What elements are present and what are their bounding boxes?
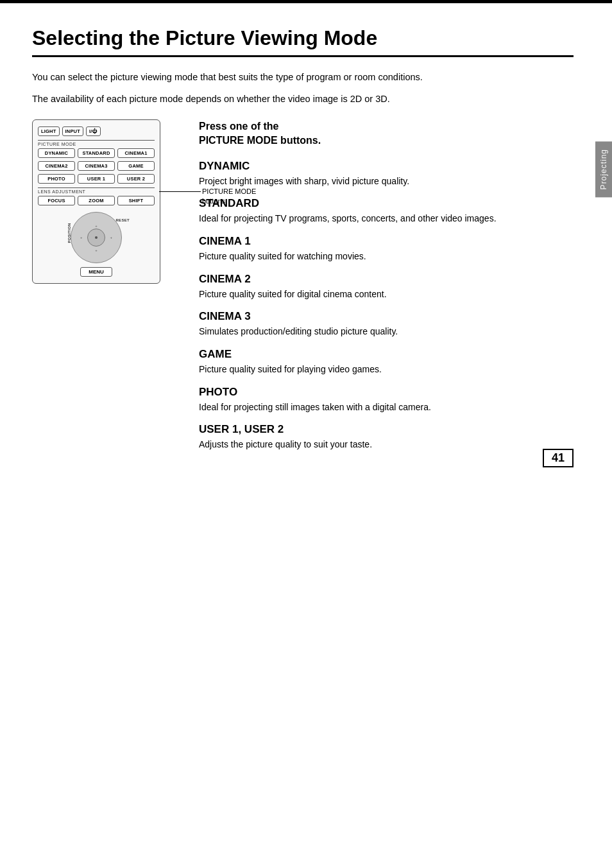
photo-button[interactable]: PHOTO xyxy=(38,174,75,184)
nav-plus-bottom: + xyxy=(95,248,98,252)
remote-section: LIGHT INPUT I/⏻ PICTURE MODE DYNAMIC STA… xyxy=(32,119,180,284)
shift-button[interactable]: SHIFT xyxy=(117,196,155,205)
callout-line xyxy=(159,191,201,192)
mode-user: USER 1, USER 2 Adjusts the picture quali… xyxy=(199,423,574,452)
mode-title-photo: PHOTO xyxy=(199,386,574,399)
remote-diagram: LIGHT INPUT I/⏻ PICTURE MODE DYNAMIC STA… xyxy=(32,119,160,284)
mode-title-cinema2: CINEMA 2 xyxy=(199,273,574,286)
mode-desc-cinema2: Picture quality suited for digital cinem… xyxy=(199,288,574,302)
mode-cinema2: CINEMA 2 Picture quality suited for digi… xyxy=(199,273,574,302)
press-title-line2: PICTURE MODE buttons. xyxy=(199,134,574,148)
intro-paragraph-1: You can select the picture viewing mode … xyxy=(32,70,558,85)
nav-area: POSITION RESET + + + + xyxy=(38,212,155,263)
reset-label: RESET xyxy=(115,218,130,222)
lens-adj-row: FOCUS ZOOM SHIFT xyxy=(38,196,155,205)
user2-button[interactable]: USER 2 xyxy=(117,174,155,184)
standard-button[interactable]: STANDARD xyxy=(78,148,115,158)
cinema3-button[interactable]: CINEMA3 xyxy=(78,161,115,171)
cinema2-button[interactable]: CINEMA2 xyxy=(38,161,75,171)
page-number: 41 xyxy=(543,449,574,467)
picture-mode-callout: PICTURE MODEbuttons xyxy=(202,187,256,207)
picture-mode-row-3: PHOTO USER 1 USER 2 xyxy=(38,174,155,184)
dynamic-button[interactable]: DYNAMIC xyxy=(38,148,75,158)
user1-button[interactable]: USER 1 xyxy=(78,174,115,184)
menu-button[interactable]: MENU xyxy=(80,267,112,277)
side-tab: Projecting xyxy=(595,141,612,197)
cinema1-button[interactable]: CINEMA1 xyxy=(117,148,155,158)
page-title: Selecting the Picture Viewing Mode xyxy=(32,26,574,57)
picture-mode-section: PICTURE MODE DYNAMIC STANDARD CINEMA1 CI… xyxy=(38,140,155,184)
intro-paragraph-2: The availability of each picture mode de… xyxy=(32,92,558,107)
input-button[interactable]: INPUT xyxy=(62,126,84,136)
nav-circle-outer[interactable]: + + + + xyxy=(71,212,122,263)
picture-mode-row-1: DYNAMIC STANDARD CINEMA1 xyxy=(38,148,155,158)
mode-desc-cinema1: Picture quality suited for watching movi… xyxy=(199,250,574,264)
nav-plus-left: + xyxy=(80,236,83,239)
lens-adj-label: LENS ADJUSTMENT xyxy=(38,187,155,194)
mode-game: GAME Picture quality suited for playing … xyxy=(199,348,574,377)
picture-mode-row-2: CINEMA2 CINEMA3 GAME xyxy=(38,161,155,171)
focus-button[interactable]: FOCUS xyxy=(38,196,75,205)
top-buttons-row: LIGHT INPUT I/⏻ xyxy=(38,126,155,136)
mode-title-dynamic: DYNAMIC xyxy=(199,160,574,173)
mode-cinema3: CINEMA 3 Simulates production/editing st… xyxy=(199,310,574,339)
main-content: LIGHT INPUT I/⏻ PICTURE MODE DYNAMIC STA… xyxy=(32,119,574,461)
light-button[interactable]: LIGHT xyxy=(38,126,60,136)
mode-desc-user: Adjusts the picture quality to suit your… xyxy=(199,438,574,452)
mode-title-game: GAME xyxy=(199,348,574,361)
mode-cinema1: CINEMA 1 Picture quality suited for watc… xyxy=(199,235,574,264)
mode-photo: PHOTO Ideal for projecting still images … xyxy=(199,386,574,415)
mode-desc-photo: Ideal for projecting still images taken … xyxy=(199,401,574,415)
mode-title-cinema1: CINEMA 1 xyxy=(199,235,574,248)
press-title-line1: Press one of the xyxy=(199,119,574,134)
picture-mode-label: PICTURE MODE xyxy=(38,140,155,146)
nav-center-dot xyxy=(95,236,98,239)
nav-plus-right: + xyxy=(110,236,112,239)
nav-circle-inner[interactable] xyxy=(87,229,105,247)
mode-dynamic: DYNAMIC Project bright images with sharp… xyxy=(199,160,574,189)
nav-circle-container: POSITION RESET + + + + xyxy=(71,212,122,263)
lens-adj-section: LENS ADJUSTMENT FOCUS ZOOM SHIFT xyxy=(38,187,155,205)
mode-desc-standard: Ideal for projecting TV programs, sports… xyxy=(199,212,574,226)
press-instruction-box: Press one of the PICTURE MODE buttons. xyxy=(199,119,574,148)
game-button[interactable]: GAME xyxy=(117,161,155,171)
mode-desc-cinema3: Simulates production/editing studio pict… xyxy=(199,325,574,339)
mode-desc-game: Picture quality suited for playing video… xyxy=(199,363,574,377)
power-button[interactable]: I/⏻ xyxy=(86,126,101,136)
menu-btn-container: MENU xyxy=(38,267,155,277)
descriptions-section: Press one of the PICTURE MODE buttons. D… xyxy=(199,119,574,461)
zoom-button[interactable]: ZOOM xyxy=(78,196,115,205)
remote-callout-wrapper: LIGHT INPUT I/⏻ PICTURE MODE DYNAMIC STA… xyxy=(32,119,180,284)
mode-title-cinema3: CINEMA 3 xyxy=(199,310,574,323)
callout-arrow-area: PICTURE MODEbuttons xyxy=(159,187,256,207)
nav-plus-top: + xyxy=(95,224,98,228)
mode-title-user: USER 1, USER 2 xyxy=(199,423,574,436)
